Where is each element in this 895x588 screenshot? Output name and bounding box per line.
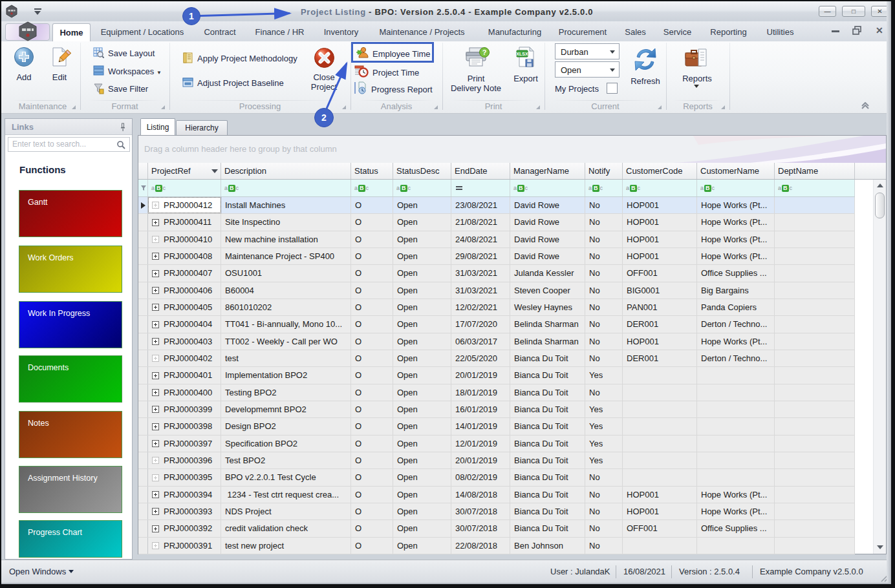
svg-text:XLSX: XLSX — [516, 52, 528, 56]
svg-text:2: 2 — [321, 112, 327, 123]
svg-text:?: ? — [482, 48, 487, 56]
